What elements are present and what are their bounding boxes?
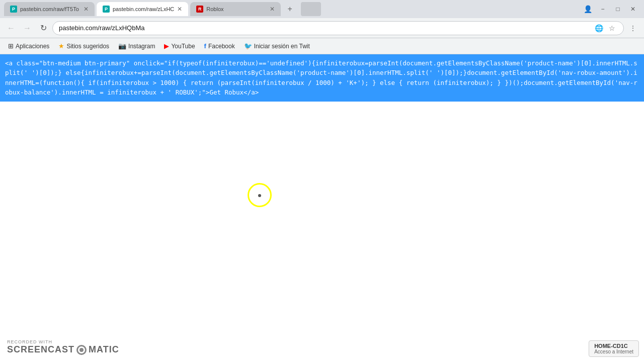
tab-2-close[interactable]: ✕ [177, 6, 182, 13]
tab-1[interactable]: P pastebin.com/raw/fT5To ✕ [4, 2, 95, 16]
address-text: pastebin.com/raw/zLxHQbMa [59, 24, 589, 32]
profile-button[interactable]: 👤 [581, 2, 595, 16]
star-icon: ★ [58, 42, 64, 50]
tab-2[interactable]: P pastebin.com/raw/zLxHC ✕ [97, 2, 188, 16]
new-tab-button[interactable]: + [283, 2, 297, 16]
instagram-icon: 📷 [118, 42, 126, 50]
window-controls: 👤 − □ ✕ [581, 2, 640, 16]
bookmark-youtube-label: YouTube [171, 43, 195, 50]
bookmark-facebook-label: Facebook [208, 43, 235, 50]
address-bar[interactable]: pastebin.com/raw/zLxHQbMa 🌐 ☆ [52, 21, 624, 35]
bookmark-instagram-label: Instagram [128, 43, 155, 50]
cursor-dot [258, 194, 261, 197]
facebook-icon: f [204, 42, 206, 50]
system-tray-subtitle: Acceso a Internet [594, 349, 633, 354]
bookmark-star-icon[interactable]: ☆ [606, 23, 617, 34]
tab-1-close[interactable]: ✕ [84, 6, 89, 13]
refresh-button[interactable]: ↻ [36, 21, 50, 35]
bookmark-twitter-label: Iniciar sesión en Twit [254, 43, 310, 50]
bookmark-youtube[interactable]: ▶ YouTube [160, 40, 199, 52]
apps-grid-icon: ⊞ [8, 42, 14, 50]
twitter-icon: 🐦 [244, 42, 252, 50]
bookmark-instagram[interactable]: 📷 Instagram [114, 40, 159, 52]
watermark-recorded-with: RECORDED WITH [7, 339, 119, 344]
watermark-inner-dot [79, 348, 84, 352]
tab-1-title: pastebin.com/raw/fT5To [20, 6, 80, 12]
cursor-circle-indicator [248, 183, 272, 207]
bookmark-sitios[interactable]: ★ Sitios sugeridos [54, 40, 113, 52]
watermark-app-name: SCREENCAST MATIC [7, 344, 119, 355]
watermark-screencast: SCREENCAST [7, 344, 74, 355]
tab-3-title: Roblox [206, 6, 267, 12]
translate-icon[interactable]: 🌐 [593, 23, 604, 34]
system-tray-title: HOME-CD1C [594, 343, 633, 349]
bookmark-twitter[interactable]: 🐦 Iniciar sesión en Twit [240, 40, 314, 52]
watermark-circle-icon [76, 345, 87, 355]
tab-3-close[interactable]: ✕ [270, 6, 275, 13]
nav-bar: ← → ↻ pastebin.com/raw/zLxHQbMa 🌐 ☆ ⋮ [0, 18, 644, 38]
watermark-matic: MATIC [89, 344, 119, 355]
youtube-icon: ▶ [164, 42, 169, 50]
bookmark-facebook[interactable]: f Facebook [200, 40, 239, 52]
system-tray: HOME-CD1C Acceso a Internet [589, 340, 639, 357]
tab-1-favicon: P [10, 6, 17, 13]
bookmark-apps[interactable]: ⊞ Aplicaciones [4, 40, 53, 52]
tab-2-favicon: P [103, 6, 110, 13]
close-button[interactable]: ✕ [626, 2, 640, 16]
maximize-button[interactable]: □ [611, 2, 625, 16]
bookmark-apps-label: Aplicaciones [16, 43, 49, 50]
forward-button[interactable]: → [20, 21, 34, 35]
tab-2-title: pastebin.com/raw/zLxHC [113, 6, 174, 12]
tab-3[interactable]: R Roblox ✕ [190, 2, 281, 16]
bookmarks-bar: ⊞ Aplicaciones ★ Sitios sugeridos 📷 Inst… [0, 38, 644, 54]
address-icons: 🌐 ☆ [593, 23, 617, 34]
minimize-button[interactable]: − [596, 2, 610, 16]
code-block: <a class="btn-medium btn-primary" onclic… [0, 54, 644, 102]
bookmark-sitios-label: Sitios sugeridos [66, 43, 109, 50]
back-button[interactable]: ← [4, 21, 18, 35]
content-area: <a class="btn-medium btn-primary" onclic… [0, 54, 644, 362]
watermark: RECORDED WITH SCREENCAST MATIC [7, 339, 119, 355]
browser-chrome: P pastebin.com/raw/fT5To ✕ P pastebin.co… [0, 0, 644, 54]
tab-3-favicon: R [196, 6, 203, 13]
title-bar: P pastebin.com/raw/fT5To ✕ P pastebin.co… [0, 0, 644, 18]
extensions-button[interactable]: ⋮ [626, 21, 640, 35]
